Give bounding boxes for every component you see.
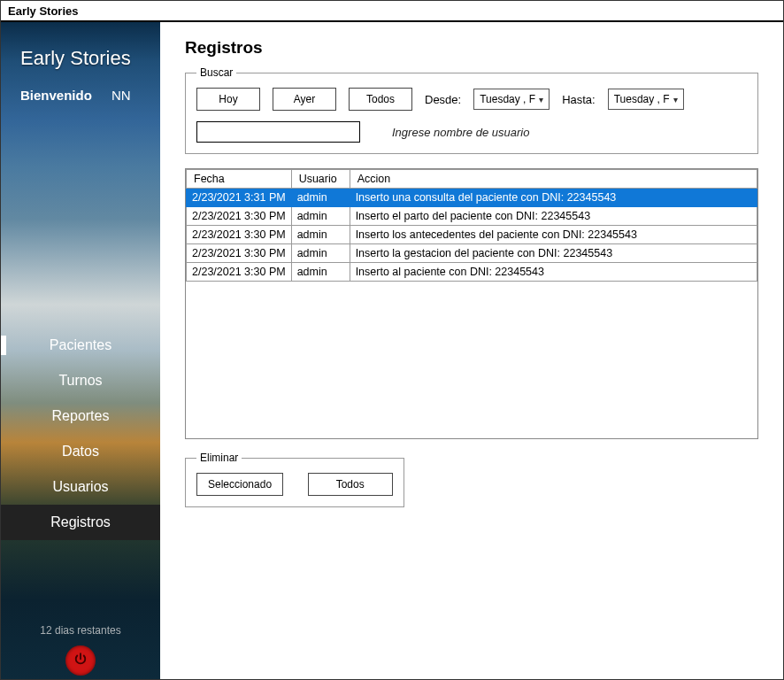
power-button[interactable] <box>65 645 96 676</box>
filter-all-button[interactable]: Todos <box>349 88 412 111</box>
cell-accion: Inserto una consulta del paciente con DN… <box>350 189 757 207</box>
table-header-row: Fecha Usuario Accion <box>187 170 757 189</box>
sidebar: Early Stories Bienvenido NN PacientesTur… <box>1 22 160 679</box>
chevron-down-icon: ▾ <box>539 95 543 104</box>
sidebar-item-reportes[interactable]: Reportes <box>1 398 160 434</box>
username-search-input[interactable] <box>196 121 360 143</box>
cell-usuario: admin <box>291 189 350 207</box>
filter-today-button[interactable]: Hoy <box>196 88 260 111</box>
delete-legend: Eliminar <box>196 452 242 464</box>
cell-usuario: admin <box>291 244 350 263</box>
brand-label: Early Stories <box>1 22 160 79</box>
cell-fecha: 2/23/2021 3:30 PM <box>187 244 292 263</box>
trial-days-label: 12 dias restantes <box>1 624 160 637</box>
sidebar-nav: PacientesTurnosReportesDatosUsuariosRegi… <box>1 328 160 540</box>
from-label: Desde: <box>425 93 461 106</box>
search-row: Ingrese nombre de usuario <box>196 121 747 143</box>
window-titlebar: Early Stories <box>1 1 783 22</box>
date-from-value: Tuesday , F <box>480 93 535 105</box>
sidebar-item-turnos[interactable]: Turnos <box>1 363 160 398</box>
cell-usuario: admin <box>291 207 350 226</box>
records-table-container: Fecha Usuario Accion 2/23/2021 3:31 PMad… <box>185 168 758 439</box>
cell-fecha: 2/23/2021 3:30 PM <box>187 263 292 282</box>
cell-usuario: admin <box>291 263 350 282</box>
chevron-down-icon: ▾ <box>673 95 678 104</box>
delete-fieldset: Eliminar Seleccionado Todos <box>185 452 404 507</box>
table-row[interactable]: 2/23/2021 3:30 PMadminInserto los antece… <box>187 226 757 244</box>
sidebar-item-usuarios[interactable]: Usuarios <box>1 469 160 505</box>
cell-accion: Inserto los antecedentes del paciente co… <box>350 226 757 244</box>
to-label: Hasta: <box>562 93 596 106</box>
app-window: Early Stories Early Stories Bienvenido N… <box>0 0 784 680</box>
app-body: Early Stories Bienvenido NN PacientesTur… <box>1 22 783 679</box>
sidebar-item-datos[interactable]: Datos <box>1 434 160 469</box>
power-icon <box>73 652 88 670</box>
main-content: Registros Buscar Hoy Ayer Todos Desde: T… <box>160 22 783 679</box>
search-fieldset: Buscar Hoy Ayer Todos Desde: Tuesday , F… <box>185 66 758 154</box>
date-from-picker[interactable]: Tuesday , F ▾ <box>473 89 550 110</box>
date-to-value: Tuesday , F <box>614 93 670 105</box>
cell-fecha: 2/23/2021 3:31 PM <box>187 189 292 207</box>
cell-accion: Inserto la gestacion del paciente con DN… <box>350 244 757 263</box>
cell-accion: Inserto el parto del paciente con DNI: 2… <box>350 207 757 226</box>
window-title: Early Stories <box>8 4 79 18</box>
records-table: Fecha Usuario Accion 2/23/2021 3:31 PMad… <box>186 169 757 282</box>
cell-usuario: admin <box>291 226 350 244</box>
date-to-picker[interactable]: Tuesday , F ▾ <box>608 89 684 110</box>
table-row[interactable]: 2/23/2021 3:30 PMadminInserto el parto d… <box>187 207 757 226</box>
search-legend: Buscar <box>196 66 236 79</box>
filter-yesterday-button[interactable]: Ayer <box>273 88 336 111</box>
column-header-usuario[interactable]: Usuario <box>291 170 350 189</box>
nav-indicator <box>1 336 6 355</box>
filter-row: Hoy Ayer Todos Desde: Tuesday , F ▾ Hast… <box>196 88 747 111</box>
sidebar-item-pacientes[interactable]: Pacientes <box>1 328 160 363</box>
cell-accion: Inserto al paciente con DNI: 22345543 <box>350 263 757 282</box>
column-header-accion[interactable]: Accion <box>350 170 757 189</box>
table-row[interactable]: 2/23/2021 3:30 PMadminInserto al pacient… <box>187 263 757 282</box>
page-title: Registros <box>185 38 758 58</box>
delete-selected-button[interactable]: Seleccionado <box>196 473 283 496</box>
user-initials: NN <box>111 88 131 103</box>
welcome-row: Bienvenido NN <box>1 79 160 112</box>
table-row[interactable]: 2/23/2021 3:31 PMadminInserto una consul… <box>187 189 757 207</box>
cell-fecha: 2/23/2021 3:30 PM <box>187 207 292 226</box>
table-row[interactable]: 2/23/2021 3:30 PMadminInserto la gestaci… <box>187 244 757 263</box>
search-hint: Ingrese nombre de usuario <box>392 126 529 139</box>
welcome-label: Bienvenido <box>20 88 92 103</box>
sidebar-item-registros[interactable]: Registros <box>1 505 160 540</box>
cell-fecha: 2/23/2021 3:30 PM <box>187 226 292 244</box>
delete-all-button[interactable]: Todos <box>308 473 393 496</box>
column-header-fecha[interactable]: Fecha <box>187 170 292 189</box>
